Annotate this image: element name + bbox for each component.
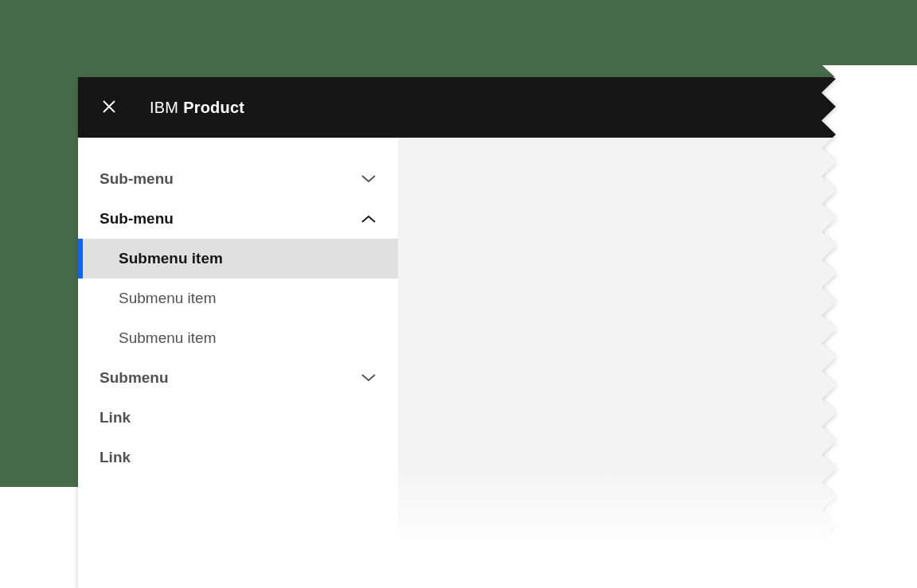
sidebar-item-label: Sub-menu bbox=[100, 210, 174, 228]
sidebar-item-label: Submenu item bbox=[119, 329, 217, 347]
sidebar-item-link-1[interactable]: Link bbox=[78, 398, 398, 438]
sidebar-item-label: Submenu item bbox=[119, 290, 217, 307]
sidebar-item-label: Link bbox=[100, 449, 131, 466]
mockup-shadow-wrapper: IBMProduct Sub-menu Sub-menu bbox=[78, 77, 837, 588]
brand-title: IBMProduct bbox=[150, 99, 244, 117]
sidebar-item-submenu-collapsed-1[interactable]: Sub-menu bbox=[78, 159, 398, 199]
close-icon bbox=[102, 99, 116, 116]
sidebar-item-label: Sub-menu bbox=[100, 170, 174, 188]
content-area bbox=[398, 138, 837, 588]
brand-prefix: IBM bbox=[150, 99, 178, 116]
sidebar-item-label: Submenu item bbox=[119, 250, 223, 267]
mockup-sheet: IBMProduct Sub-menu Sub-menu bbox=[78, 77, 837, 588]
sidebar-item-label: Link bbox=[100, 409, 131, 426]
brand-name: Product bbox=[183, 99, 244, 116]
app-header: IBMProduct bbox=[78, 77, 837, 138]
sidebar-item-submenu-item-selected[interactable]: Submenu item bbox=[78, 239, 398, 278]
side-navigation: Sub-menu Sub-menu Submenu item bbox=[78, 138, 398, 588]
chevron-up-icon bbox=[361, 215, 376, 223]
sidebar-item-label: Submenu bbox=[100, 369, 169, 387]
background-green-band bbox=[0, 0, 917, 77]
sidebar-item-submenu-expanded[interactable]: Sub-menu bbox=[78, 199, 398, 239]
chevron-down-icon bbox=[361, 175, 376, 183]
sidebar-item-submenu-item-3[interactable]: Submenu item bbox=[78, 318, 398, 358]
close-button[interactable] bbox=[102, 100, 116, 115]
sidebar-item-submenu-item-2[interactable]: Submenu item bbox=[78, 278, 398, 318]
chevron-down-icon bbox=[361, 374, 376, 382]
sheet-body: Sub-menu Sub-menu Submenu item bbox=[78, 138, 837, 588]
sidebar-item-submenu-collapsed-2[interactable]: Submenu bbox=[78, 358, 398, 398]
page-canvas: IBMProduct Sub-menu Sub-menu bbox=[0, 0, 917, 588]
sidebar-item-link-2[interactable]: Link bbox=[78, 438, 398, 477]
background-green-column bbox=[0, 0, 78, 487]
